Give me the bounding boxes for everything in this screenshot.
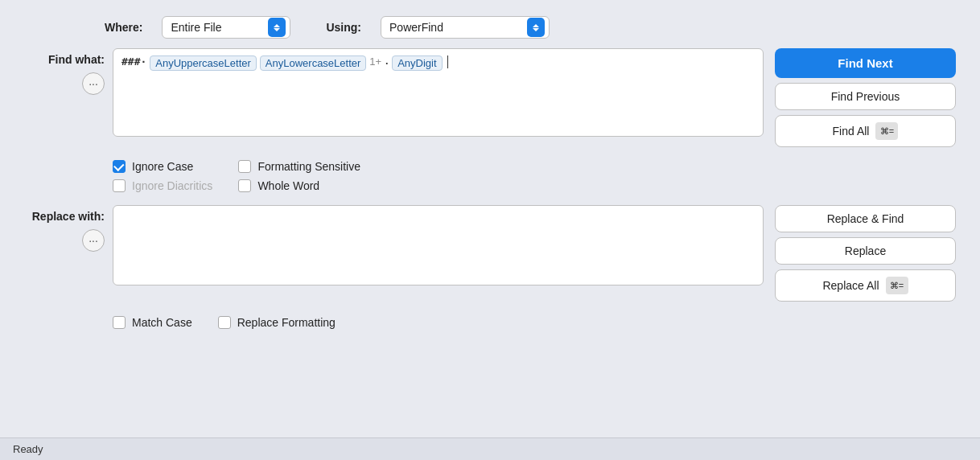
status-bar: Ready [0,437,980,460]
replace-with-row: Replace with: ··· Replace & Find Replace… [24,205,956,302]
ellipsis-icon: ··· [89,77,98,90]
replace-button[interactable]: Replace [775,237,956,265]
formatting-sensitive-item[interactable]: Formatting Sensitive [238,160,360,173]
ignore-case-label: Ignore Case [132,160,193,173]
replace-ellipsis-icon: ··· [89,234,98,247]
ignore-diacritics-item[interactable]: Ignore Diacritics [113,179,212,192]
find-what-label: Find what: [48,48,105,66]
replace-with-options-button[interactable]: ··· [82,229,105,252]
replace-all-button[interactable]: Replace All ⌘= [775,269,956,302]
using-label: Using: [326,21,361,34]
replace-with-label: Replace with: [32,205,105,223]
find-all-icon: ⌘= [875,122,898,140]
where-select[interactable]: Entire File [162,16,290,39]
find-buttons-column: Find Next Find Previous Find All ⌘= [775,48,956,147]
find-previous-button[interactable]: Find Previous [775,83,956,110]
using-select-wrapper: PowerFind [381,16,550,39]
match-case-label: Match Case [132,316,192,329]
hash-token: ###· [121,55,146,68]
token-uppercase: AnyUppercaseLetter [150,55,257,71]
left-checkboxes: Ignore Case Ignore Diacritics [113,160,212,192]
find-what-options-button[interactable]: ··· [82,72,105,95]
using-select[interactable]: PowerFind [381,16,550,39]
match-case-item[interactable]: Match Case [113,316,192,329]
whole-word-checkbox[interactable] [238,179,251,192]
token-dot: · [385,55,389,70]
replace-all-icon: ⌘= [886,277,908,294]
formatting-sensitive-checkbox[interactable] [238,160,251,173]
find-next-button[interactable]: Find Next [775,48,956,78]
replace-find-button[interactable]: Replace & Find [775,205,956,232]
find-checkboxes-row: Ignore Case Ignore Diacritics Formatting… [24,160,956,192]
whole-word-item[interactable]: Whole Word [238,179,360,192]
status-text: Ready [13,443,43,455]
find-all-button[interactable]: Find All ⌘= [775,115,956,147]
replace-formatting-label: Replace Formatting [237,316,336,329]
match-case-checkbox[interactable] [113,316,126,329]
ignore-case-item[interactable]: Ignore Case [113,160,212,173]
right-checkboxes: Formatting Sensitive Whole Word [238,160,360,192]
where-label: Where: [105,21,142,34]
formatting-sensitive-label: Formatting Sensitive [257,160,360,173]
find-input-area[interactable]: ###· AnyUppercaseLetter AnyLowercaseLett… [113,48,764,137]
replace-buttons-column: Replace & Find Replace Replace All ⌘= [775,205,956,302]
token-lowercase: AnyLowercaseLetter [260,55,367,71]
replace-formatting-item[interactable]: Replace Formatting [218,316,336,329]
replace-formatting-checkbox[interactable] [218,316,231,329]
cursor-bar [447,55,448,68]
where-select-wrapper: Entire File [162,16,290,39]
ignore-diacritics-checkbox[interactable] [113,179,126,192]
replace-checkboxes-row: Match Case Replace Formatting [24,316,956,329]
ignore-diacritics-label: Ignore Diacritics [132,179,212,192]
token-digit: AnyDigit [392,55,442,71]
ignore-case-checkbox[interactable] [113,160,126,173]
replace-input-area[interactable] [113,205,764,285]
token-multiplier: 1+ [369,55,381,68]
whole-word-label: Whole Word [257,179,319,192]
